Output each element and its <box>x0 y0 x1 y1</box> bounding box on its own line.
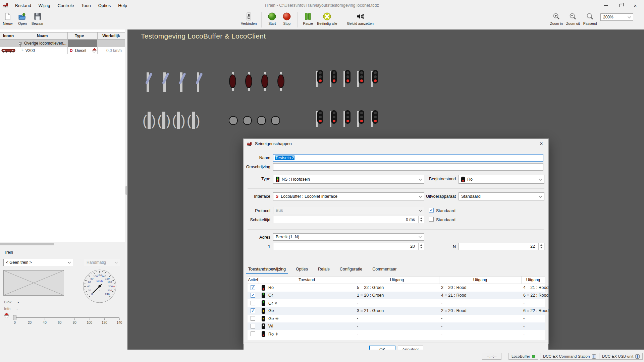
scrollbar-thumb[interactable] <box>0 243 54 245</box>
main-light-signal[interactable] <box>343 70 351 87</box>
state-active-checkbox[interactable] <box>251 301 255 305</box>
usb-unit-status[interactable]: DCC-EX USB-unit <box>599 353 643 360</box>
dialog-close-icon[interactable]: × <box>537 139 546 148</box>
menu-controle[interactable]: Controle <box>54 1 77 10</box>
type-select[interactable]: NS : Hoofdsein <box>273 175 424 184</box>
main-light-signal[interactable] <box>330 70 337 87</box>
main-light-signal[interactable] <box>343 110 351 127</box>
gate-signal[interactable]: () <box>187 111 200 129</box>
state-row[interactable]: Gr ✳--- <box>248 299 545 307</box>
range-low-input[interactable]: 20 <box>273 243 424 250</box>
state-active-checkbox[interactable] <box>251 324 255 328</box>
main-light-signal[interactable] <box>357 110 365 127</box>
info-row: Info- <box>4 307 18 311</box>
train-select[interactable]: < Geen trein > <box>3 259 73 266</box>
state-row[interactable]: Ge ✳--- <box>248 315 545 322</box>
state-row[interactable]: Ro ✳--- <box>248 330 545 338</box>
state-active-checkbox[interactable] <box>251 331 255 336</box>
main-light-signal[interactable] <box>330 110 337 127</box>
speed-slider-track[interactable] <box>15 317 119 318</box>
disc-signal[interactable] <box>271 116 280 125</box>
panel-splitter[interactable] <box>125 29 127 350</box>
main-light-signal[interactable] <box>316 70 323 87</box>
state-active-checkbox[interactable] <box>251 293 255 298</box>
zoom-out-button[interactable]: Zoom uit <box>566 12 580 25</box>
menu-opties[interactable]: Opties <box>95 1 115 10</box>
semaphore-signal[interactable] <box>159 72 167 92</box>
state-row[interactable]: Ro5 = 22 : Groen2 = 20 : Rood4 = 21 : Ro… <box>248 284 545 292</box>
gate-signal[interactable]: () <box>143 111 156 129</box>
uitvoerapparaat-select[interactable]: Standaard <box>459 192 544 200</box>
menu-help[interactable]: Help <box>114 1 131 10</box>
end-all-button[interactable]: Beëindig alle <box>317 12 337 25</box>
locobuffer-status[interactable]: LocoBuffer <box>508 353 538 360</box>
oval-signal[interactable] <box>229 72 236 91</box>
close-button[interactable]: × <box>628 0 643 11</box>
mode-select[interactable]: Handmatig <box>84 259 120 266</box>
main-light-signal[interactable] <box>357 70 365 87</box>
state-active-checkbox[interactable] <box>251 316 255 321</box>
direction-icon[interactable] <box>4 312 9 320</box>
oval-signal[interactable] <box>245 72 253 91</box>
naam-input[interactable]: Testsein 2 <box>273 154 543 162</box>
sound-button[interactable]: Geluid aanzetten <box>347 12 373 25</box>
dialog-tab-configuratie[interactable]: Configuratie <box>339 265 363 274</box>
range-high-input[interactable]: 22 <box>459 243 544 250</box>
oval-signal[interactable] <box>277 72 285 91</box>
disc-signal[interactable] <box>243 116 252 125</box>
gate-signal[interactable]: () <box>172 111 185 129</box>
disc-signal[interactable] <box>229 116 238 125</box>
state-table-body: Ro5 = 22 : Groen2 = 20 : Rood4 = 21 : Ro… <box>248 284 545 338</box>
dialog-tab-opties[interactable]: Opties <box>295 265 309 274</box>
dialog-tab-commentaar[interactable]: Commentaar <box>372 265 397 274</box>
start-button[interactable]: Start <box>266 12 278 25</box>
horizontal-scrollbar[interactable] <box>0 242 125 245</box>
dialog-tab-relais[interactable]: Relais <box>317 265 330 274</box>
menu-bestand[interactable]: Bestand <box>11 1 35 10</box>
main-light-signal[interactable] <box>371 110 378 127</box>
standaard-checkbox-1[interactable] <box>429 208 434 213</box>
command-station-status[interactable]: DCC-EX Command Station <box>540 353 599 360</box>
state-row[interactable]: Ge3 = 21 : Groen2 = 20 : Rood6 = 22 : Ro… <box>248 307 545 315</box>
save-button[interactable]: Bewaar <box>32 12 44 25</box>
state-active-checkbox[interactable] <box>251 285 255 290</box>
menu-wijzig[interactable]: Wijzig <box>35 1 54 10</box>
semaphore-signal[interactable] <box>175 72 184 92</box>
loc-group-row[interactable]: Overige locomotieven... <box>0 40 125 47</box>
state-active-checkbox[interactable] <box>251 308 255 313</box>
stop-button[interactable]: Stop <box>281 12 292 25</box>
oval-signal[interactable] <box>261 72 269 91</box>
state-row[interactable]: Gr1 = 20 : Groen4 = 21 : Rood6 = 22 : Ro… <box>248 292 545 299</box>
disc-signal[interactable] <box>257 116 266 125</box>
interface-select[interactable]: S LocoBuffer : LocoNet interface <box>273 192 424 200</box>
splitter-handle[interactable] <box>125 186 127 195</box>
restore-button[interactable] <box>613 0 628 11</box>
zoom-fit-button[interactable]: Passend <box>583 12 597 25</box>
dialog-tab-toestandstoewijzing[interactable]: Toestandstoewijzing <box>248 265 286 274</box>
gate-signal[interactable]: () <box>157 111 171 129</box>
semaphore-signal[interactable] <box>192 72 201 92</box>
open-button[interactable]: Open <box>17 12 28 25</box>
spinner[interactable] <box>538 243 544 250</box>
minimize-button[interactable] <box>598 0 613 11</box>
semaphore-signal[interactable] <box>142 72 151 92</box>
menu-toon[interactable]: Toon <box>78 1 95 10</box>
direction-icon[interactable] <box>92 48 97 53</box>
state-row[interactable]: Wi--- <box>248 322 545 330</box>
zoom-in-button[interactable]: Zoom in <box>550 12 563 25</box>
main-light-signal[interactable] <box>316 110 323 127</box>
new-button[interactable]: Nieuw <box>2 12 13 25</box>
begintoestand-select[interactable]: Ro <box>459 175 544 184</box>
adres-select[interactable]: Bereik (1..N) <box>273 233 424 241</box>
spinner[interactable] <box>418 216 424 223</box>
chevron-down-icon <box>419 208 422 212</box>
connect-button[interactable]: Verbinden <box>241 12 257 25</box>
omschrijving-input[interactable] <box>273 163 543 171</box>
main-light-signal[interactable] <box>371 70 378 87</box>
loc-row-v200[interactable]: └V200 DDiesel 0,0 km/h <box>0 47 125 54</box>
standaard-checkbox-2[interactable] <box>429 217 434 222</box>
zoom-level-select[interactable]: 200% <box>600 13 633 21</box>
schakeltijd-input[interactable]: 0 ms <box>273 216 424 223</box>
pause-button[interactable]: Pauze <box>302 12 314 25</box>
open-folder-icon <box>18 12 27 21</box>
